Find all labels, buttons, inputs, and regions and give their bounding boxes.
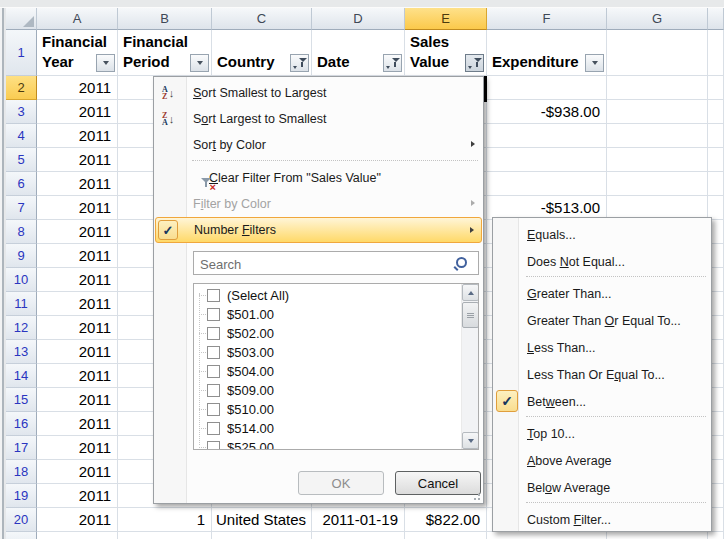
menu-item-sort-by-color[interactable]: Sort by Color xyxy=(155,132,482,158)
cell-expenditure[interactable] xyxy=(487,124,607,148)
cell-financial-year[interactable]: 2011 xyxy=(37,76,118,100)
cell-h-partial[interactable] xyxy=(708,100,724,124)
cell[interactable] xyxy=(118,532,212,539)
cell-sales-value[interactable]: $822.00 xyxy=(405,508,487,532)
cell-financial-year[interactable]: 2011 xyxy=(37,460,118,484)
cell-h-partial[interactable] xyxy=(708,148,724,172)
cell-date[interactable]: 2011-01-19 xyxy=(312,508,405,532)
cell-financial-year-header[interactable]: Financial Year xyxy=(37,30,118,76)
scroll-up-button[interactable] xyxy=(462,284,479,301)
cell-g[interactable] xyxy=(607,100,708,124)
checkbox-unchecked[interactable] xyxy=(207,365,220,378)
search-input[interactable] xyxy=(198,254,452,274)
row-header[interactable]: 18 xyxy=(6,460,37,484)
row-header[interactable]: 15 xyxy=(6,388,37,412)
checkbox-unchecked[interactable] xyxy=(207,308,220,321)
row-header[interactable]: 20 xyxy=(6,508,37,532)
filter-dropdown-button-expenditure[interactable] xyxy=(585,54,604,72)
menu-item-filter-by-color[interactable]: Filter by Color xyxy=(155,191,482,217)
checkbox-unchecked[interactable] xyxy=(207,422,220,435)
cell-financial-year[interactable]: 2011 xyxy=(37,340,118,364)
list-scrollbar[interactable] xyxy=(461,284,478,449)
column-header-g[interactable]: G xyxy=(607,8,708,30)
filter-value-item[interactable]: $504.00 xyxy=(194,362,461,381)
column-header-h-partial[interactable] xyxy=(708,8,724,30)
submenu-item-less-than[interactable]: Less Than... xyxy=(494,334,710,361)
column-header-c[interactable]: C xyxy=(212,8,312,30)
cell-h-partial[interactable] xyxy=(708,124,724,148)
cell-financial-year[interactable]: 2011 xyxy=(37,388,118,412)
row-header[interactable]: 12 xyxy=(6,316,37,340)
cell-g[interactable] xyxy=(607,124,708,148)
cell-financial-period[interactable]: 1 xyxy=(118,508,212,532)
scrollbar-thumb[interactable] xyxy=(462,302,479,328)
menu-item-sort-smallest-to-largest[interactable]: AZ ↓ Sort Smallest to Largest xyxy=(155,80,482,106)
column-header-d[interactable]: D xyxy=(312,8,405,30)
ok-button[interactable]: OK xyxy=(298,471,384,495)
row-header[interactable]: 2 xyxy=(6,76,37,100)
row-header[interactable]: 5 xyxy=(6,148,37,172)
cell-financial-year[interactable]: 2011 xyxy=(37,412,118,436)
cell-financial-year[interactable]: 2011 xyxy=(37,148,118,172)
menu-item-clear-filter[interactable]: × Clear Filter From "Sales Value" xyxy=(155,165,482,191)
submenu-item-below-average[interactable]: Below Average xyxy=(494,474,710,501)
checkbox-unchecked[interactable] xyxy=(207,346,220,359)
select-all-corner[interactable] xyxy=(6,8,37,30)
cell-financial-year[interactable]: 2011 xyxy=(37,268,118,292)
row-header[interactable]: 11 xyxy=(6,292,37,316)
row-header[interactable]: 19 xyxy=(6,484,37,508)
submenu-item-greater-than[interactable]: Greater Than... xyxy=(494,280,710,307)
column-header-f[interactable]: F xyxy=(487,8,607,30)
row-header[interactable]: 4 xyxy=(6,124,37,148)
filter-value-item[interactable]: (Select All) xyxy=(194,286,461,305)
row-header[interactable]: 17 xyxy=(6,436,37,460)
cell-financial-year[interactable]: 2011 xyxy=(37,172,118,196)
row-header[interactable]: 8 xyxy=(6,220,37,244)
filter-value-item[interactable]: $502.00 xyxy=(194,324,461,343)
cell-financial-year[interactable]: 2011 xyxy=(37,292,118,316)
filter-dropdown-button-date[interactable] xyxy=(383,54,402,72)
filter-dropdown-button-sales-value[interactable] xyxy=(465,54,484,72)
cell[interactable] xyxy=(212,532,312,539)
column-header-b[interactable]: B xyxy=(118,8,212,30)
filter-value-item[interactable]: $514.00 xyxy=(194,419,461,438)
filter-dropdown-button-country[interactable] xyxy=(290,54,309,72)
cell[interactable] xyxy=(37,532,118,539)
filter-value-item[interactable]: $503.00 xyxy=(194,343,461,362)
row-header[interactable]: 6 xyxy=(6,172,37,196)
submenu-item-greater-than-or-equal[interactable]: Greater Than Or Equal To... xyxy=(494,307,710,334)
row-header-1[interactable]: 1 xyxy=(6,30,37,76)
cell-sales-value-header[interactable]: Sales Value xyxy=(405,30,487,76)
row-header[interactable]: 3 xyxy=(6,100,37,124)
column-header-e-selected[interactable]: E xyxy=(405,8,487,30)
cell[interactable] xyxy=(487,532,607,539)
filter-value-item[interactable]: $525.00 xyxy=(194,438,461,450)
cell[interactable] xyxy=(405,532,487,539)
submenu-item-custom-filter[interactable]: Custom Filter... xyxy=(494,506,710,533)
cell-expenditure-header[interactable]: Expenditure xyxy=(487,30,607,76)
checkbox-unchecked[interactable] xyxy=(207,441,220,450)
row-header[interactable]: 7 xyxy=(6,196,37,220)
cell-g[interactable] xyxy=(607,148,708,172)
cell-financial-year[interactable]: 2011 xyxy=(37,484,118,508)
cell-financial-year[interactable]: 2011 xyxy=(37,220,118,244)
cell-financial-year[interactable]: 2011 xyxy=(37,196,118,220)
submenu-item-does-not-equal[interactable]: Does Not Equal... xyxy=(494,248,710,275)
cell-g1[interactable] xyxy=(607,30,708,76)
checkbox-unchecked[interactable] xyxy=(207,289,220,302)
cell-h-partial[interactable] xyxy=(708,76,724,100)
cell-financial-year[interactable]: 2011 xyxy=(37,244,118,268)
filter-dropdown-button-year[interactable] xyxy=(96,54,115,72)
cell-expenditure[interactable]: -$938.00 xyxy=(487,100,607,124)
submenu-item-between[interactable]: ✓ Between... xyxy=(494,388,710,415)
cell[interactable] xyxy=(708,532,724,539)
cell-financial-year[interactable]: 2011 xyxy=(37,316,118,340)
cell-expenditure[interactable] xyxy=(487,172,607,196)
cell[interactable] xyxy=(312,532,405,539)
filter-value-item[interactable]: $510.00 xyxy=(194,400,461,419)
search-icon[interactable] xyxy=(456,257,467,268)
cell-financial-year[interactable]: 2011 xyxy=(37,124,118,148)
cell-g[interactable] xyxy=(607,76,708,100)
row-header[interactable]: 16 xyxy=(6,412,37,436)
filter-value-item[interactable]: $509.00 xyxy=(194,381,461,400)
